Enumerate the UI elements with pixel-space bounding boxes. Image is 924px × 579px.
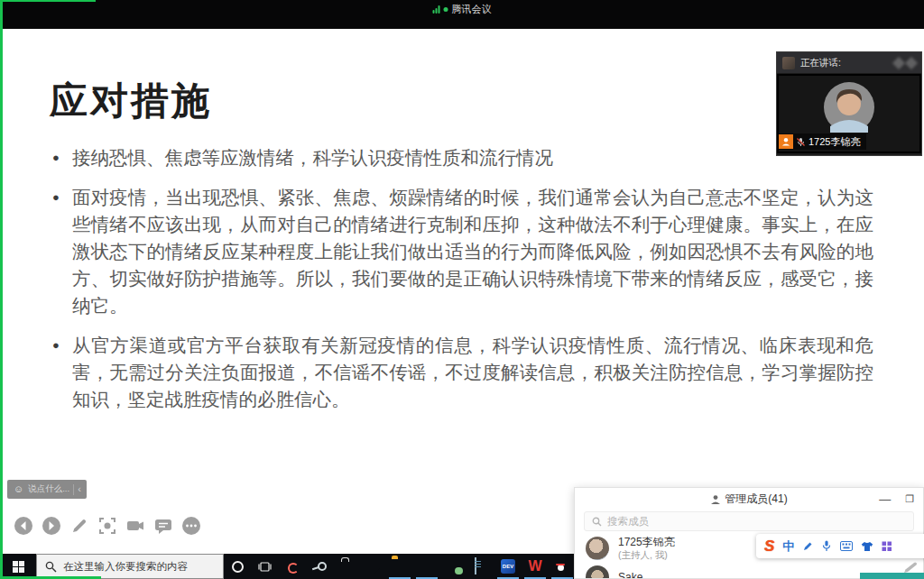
member-search-box[interactable] (584, 511, 914, 531)
member-panel-titlebar[interactable]: 管理成员(41) — ❐ (575, 488, 923, 510)
window-controls: — ❐ (879, 488, 914, 510)
chat-button[interactable] (153, 516, 173, 536)
ime-toolbox-icon[interactable] (882, 541, 892, 552)
taskbar-search-box[interactable] (36, 554, 224, 579)
collapse-chevron-icon[interactable]: ‹ (78, 484, 81, 494)
meeting-topbar: 腾讯会议 (0, 0, 924, 29)
sogou-logo-icon[interactable]: S (764, 538, 774, 554)
meeting-app-label: 腾讯会议 (452, 3, 492, 16)
emoji-icon[interactable]: ☺ (14, 484, 23, 494)
slide-title: 应对措施 (50, 76, 212, 126)
speaker-name: 1725李锦亮 (808, 135, 860, 149)
screen: 腾讯会议 应对措施 ● 接纳恐惧、焦虑等应激情绪，科学认识疫情性质和流行情况 ●… (0, 0, 924, 579)
cortana-button[interactable] (224, 554, 251, 579)
speaker-thumbnail-icon (782, 57, 795, 69)
screenshare-border-top (0, 0, 96, 2)
task-view-button[interactable] (251, 554, 278, 579)
bullet-text: 从官方渠道或官方平台获取有关新冠疫情的信息，科学认识疫情性质、流行情况、临床表现… (72, 332, 873, 413)
ime-keyboard-icon[interactable] (840, 541, 853, 551)
sticky-notes-icon[interactable] (359, 554, 386, 579)
minimize-button[interactable]: — (879, 492, 891, 506)
annotate-pencil-button[interactable] (69, 516, 89, 536)
quick-chat-pill[interactable]: ☺ 说点什么... ‹ (7, 480, 87, 499)
search-icon (45, 561, 57, 573)
slide-bullet-list: ● 接纳恐惧、焦虑等应激情绪，科学认识疫情性质和流行情况 ● 面对疫情，当出现恐… (52, 144, 873, 426)
speaker-avatar (823, 81, 875, 133)
ime-voice-icon[interactable] (821, 540, 832, 552)
windows-logo-icon (13, 561, 24, 573)
steam-icon[interactable] (305, 554, 332, 579)
bullet-dot-icon: ● (52, 144, 72, 171)
microsoft-store-icon[interactable] (332, 554, 359, 579)
camera-button[interactable] (125, 516, 145, 536)
qq-icon[interactable] (549, 554, 576, 579)
previous-slide-button[interactable] (14, 516, 33, 536)
member-management-panel: 管理成员(41) — ❐ 1725李锦亮 (主持人, 我) Sake (574, 487, 924, 579)
cortana-icon (232, 561, 244, 573)
muted-mic-icon (796, 137, 806, 147)
chat-placeholder[interactable]: 说点什么... (28, 483, 69, 495)
task-view-icon (258, 561, 272, 573)
file-explorer-icon[interactable] (386, 554, 413, 579)
bullet-dot-icon: ● (52, 332, 72, 413)
ime-pen-icon[interactable] (802, 541, 813, 552)
bullet-text: 接纳恐惧、焦虑等应激情绪，科学认识疫情性质和流行情况 (72, 144, 873, 171)
wechat-icon[interactable] (440, 554, 467, 579)
taskbar-search-input[interactable] (63, 561, 215, 572)
member-role: (主持人, 我) (618, 549, 675, 560)
bullet-dot-icon: ● (52, 184, 72, 319)
members-icon (710, 494, 721, 505)
meeting-status-pill[interactable]: 腾讯会议 (433, 2, 492, 16)
screenshare-border-left (0, 0, 3, 579)
screenshot-button[interactable] (97, 516, 117, 536)
dev-cpp-icon[interactable]: DEV (494, 554, 522, 579)
member-avatar (586, 565, 609, 579)
layout-switch-icons[interactable] (894, 59, 916, 68)
sogou-ime-bar[interactable]: S 中 (756, 534, 924, 558)
more-button[interactable] (181, 516, 201, 536)
red-circle-app-icon[interactable] (278, 554, 305, 579)
speaker-panel-header: 正在讲话: (777, 52, 921, 74)
member-panel-title: 管理成员(41) (725, 492, 787, 507)
member-name: Sake (618, 572, 642, 579)
search-icon (592, 517, 602, 527)
chinese-mode-icon[interactable]: 中 (782, 540, 794, 552)
network-signal-icon (433, 5, 440, 14)
speaker-video-panel[interactable]: 正在讲话: 1725李锦亮 (776, 51, 922, 156)
speaker-video-feed[interactable]: 1725李锦亮 (777, 74, 921, 153)
speaker-name-bar: 1725李锦亮 (779, 133, 866, 150)
chat-pill-divider (73, 484, 74, 495)
member-name: 1725李锦亮 (618, 537, 675, 548)
next-slide-button[interactable] (42, 516, 61, 536)
slide-bullet: ● 面对疫情，当出现恐惧、紧张、焦虑、烦躁情绪的时候，我们通常会认为自己意志不坚… (52, 184, 873, 319)
member-search-input[interactable] (607, 516, 906, 527)
edge-icon[interactable] (413, 554, 440, 579)
ime-skin-icon[interactable] (861, 541, 873, 552)
bullet-text: 面对疫情，当出现恐惧、紧张、焦虑、烦躁情绪的时候，我们通常会认为自己意志不坚定，… (72, 184, 873, 319)
host-badge-icon (779, 134, 793, 149)
speaking-label: 正在讲话: (800, 57, 841, 69)
notepad-icon[interactable] (467, 554, 494, 579)
recording-dot-icon (444, 7, 448, 12)
member-avatar (586, 537, 609, 560)
share-toolbar (14, 516, 201, 536)
slide-bullet: ● 从官方渠道或官方平台获取有关新冠疫情的信息，科学认识疫情性质、流行情况、临床… (52, 332, 873, 413)
start-button[interactable] (0, 554, 36, 579)
background-window-edge (860, 573, 924, 579)
wps-icon[interactable]: W (522, 554, 549, 579)
slide-bullet: ● 接纳恐惧、焦虑等应激情绪，科学认识疫情性质和流行情况 (52, 144, 873, 171)
maximize-button[interactable]: ❐ (905, 493, 914, 505)
